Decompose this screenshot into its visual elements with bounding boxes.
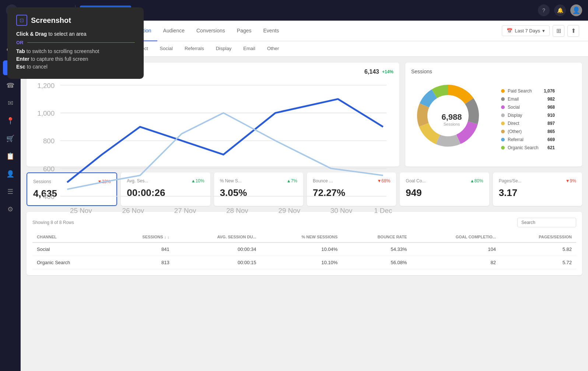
legend-dot	[501, 113, 505, 117]
table-header-row-el: CHANNEL SESSIONS ↓ AVG. SESSION DU... % …	[32, 232, 576, 242]
td-pages-session: 5.72	[500, 256, 576, 269]
metric-change-pages: ▼9%	[566, 178, 576, 183]
donut-content: 6,988 Sessions Paid Search 1,076	[411, 79, 576, 160]
subtab-social[interactable]: Social	[154, 41, 179, 56]
help-icon[interactable]: ?	[538, 4, 550, 16]
data-table: CHANNEL SESSIONS ↓ AVG. SESSION DU... % …	[32, 232, 576, 269]
legend-item-social: Social 968	[501, 105, 555, 110]
legend-dot	[501, 122, 505, 125]
td-avg-session: 00:00:34	[174, 242, 261, 256]
td-bounce-rate: 56.08%	[342, 256, 411, 269]
legend-item-email: Email 982	[501, 97, 555, 102]
table-info: Showing 8 of 8 Rows	[32, 220, 74, 225]
date-chevron-icon: ▾	[542, 28, 545, 34]
legend-item-direct: Direct 897	[501, 121, 555, 126]
share-icon[interactable]: ⬆	[567, 25, 579, 37]
svg-text:26 Nov: 26 Nov	[122, 207, 144, 214]
overlay-or-row: OR	[16, 40, 135, 45]
svg-text:25 Nov: 25 Nov	[70, 207, 92, 214]
metric-card-goal[interactable]: Goal Co... ▲80% 949	[400, 172, 489, 206]
legend-item-paid-search: Paid Search 1,076	[501, 88, 555, 94]
sidebar-item-phone[interactable]: ☎	[3, 78, 18, 93]
date-range-button[interactable]: 📅 Last 7 Days ▾	[502, 25, 550, 36]
th-sessions[interactable]: SESSIONS ↓	[109, 232, 174, 242]
td-new-sessions: 10.04%	[261, 242, 342, 256]
header-tabs: Acquisition Audience Conversions Pages E…	[120, 21, 285, 41]
svg-text:600: 600	[43, 165, 55, 173]
legend-dot	[501, 130, 505, 133]
date-range-label: Last 7 Days	[515, 28, 540, 34]
legend-dot	[501, 146, 505, 150]
th-pages-session: PAGES/SESSION	[500, 232, 576, 242]
donut-chart-header: Sessions	[411, 69, 576, 74]
td-channel: Social	[32, 242, 109, 256]
screenshot-overlay: ⊡ Screenshot Click & Drag to select an a…	[7, 7, 144, 79]
table-body: Social 841 00:00:34 10.04% 54.33% 104 5.…	[32, 242, 576, 269]
overlay-title: Screenshot	[31, 16, 71, 25]
content-area: Sessions 6,143 +14% 1,200 1,000	[21, 57, 588, 281]
overlay-enter-hint: Enter to capture this full screen	[16, 56, 135, 62]
legend-item-referral: Referral 669	[501, 137, 555, 142]
td-bounce-rate: 54.33%	[342, 242, 411, 256]
legend-dot	[501, 105, 505, 109]
table-search-input[interactable]	[517, 218, 576, 227]
subtab-referrals[interactable]: Referrals	[179, 41, 210, 56]
th-goal-completion: GOAL COMPLETIO...	[412, 232, 500, 242]
tab-conversions[interactable]: Conversions	[190, 21, 231, 41]
td-sessions: 813	[109, 256, 174, 269]
svg-text:30 Nov: 30 Nov	[330, 207, 353, 214]
notification-icon[interactable]: 🔔	[554, 4, 566, 16]
line-chart-area: 1,200 1,000 800 600 400	[32, 80, 393, 161]
donut-legend: Paid Search 1,076 Email 982	[501, 88, 555, 150]
overlay-esc-hint: Esc to cancel	[16, 64, 135, 70]
line-chart-svg: 1,200 1,000 800 600 400	[32, 80, 393, 218]
svg-text:400: 400	[43, 193, 55, 200]
metric-value-pages: 3.17	[499, 187, 576, 199]
sidebar-item-cart[interactable]: 🛒	[3, 131, 18, 146]
metric-card-pages[interactable]: Pages/Se... ▼9% 3.17	[493, 172, 582, 206]
legend-dot	[501, 89, 505, 93]
overlay-click-drag: Click & Drag to select an area	[16, 31, 135, 37]
columns-icon[interactable]: ⊞	[553, 25, 564, 37]
sidebar-item-report[interactable]: 📋	[3, 149, 18, 164]
sidebar-item-user[interactable]: 👤	[3, 167, 18, 181]
metric-title-pages: Pages/Se...	[499, 178, 522, 183]
subtab-display[interactable]: Display	[210, 41, 238, 56]
legend-dot	[501, 138, 505, 141]
td-sessions: 841	[109, 242, 174, 256]
svg-text:1,200: 1,200	[37, 82, 55, 90]
sidebar-item-list[interactable]: ☰	[3, 184, 18, 199]
donut-svg-wrap: 6,988 Sessions	[411, 79, 492, 160]
overlay-or-line	[27, 42, 135, 43]
td-goal-completion: 82	[412, 256, 500, 269]
svg-text:27 Nov: 27 Nov	[174, 207, 196, 214]
sidebar-item-settings[interactable]: ⚙	[3, 202, 18, 217]
svg-text:1 Dec: 1 Dec	[374, 207, 392, 214]
tab-pages[interactable]: Pages	[231, 21, 258, 41]
tab-events[interactable]: Events	[258, 21, 285, 41]
subtab-email[interactable]: Email	[237, 41, 261, 56]
overlay-tab-hint: Tab to switch to scrolling screenshot	[16, 48, 135, 54]
th-avg-session: AVG. SESSION DU...	[174, 232, 261, 242]
table-card: Showing 8 of 8 Rows CHANNEL SESSIONS ↓ A…	[27, 212, 582, 275]
td-goal-completion: 104	[412, 242, 500, 256]
sidebar-item-location[interactable]: 📍	[3, 113, 18, 128]
metric-header-goal: Goal Co... ▲80%	[406, 178, 483, 183]
td-avg-session: 00:00:15	[174, 256, 261, 269]
donut-chart-card: Sessions	[405, 63, 582, 167]
calendar-icon: 📅	[507, 28, 512, 34]
metric-header-pages: Pages/Se... ▼9%	[499, 178, 576, 183]
tab-audience[interactable]: Audience	[157, 21, 190, 41]
svg-text:29 Nov: 29 Nov	[278, 207, 300, 214]
line-chart-value: 6,143 +14%	[364, 69, 393, 75]
donut-label: Sessions	[441, 122, 462, 126]
th-new-sessions: % NEW SESSIONS	[261, 232, 342, 242]
line-chart-change: +14%	[382, 69, 393, 74]
user-avatar[interactable]: 👤	[570, 4, 582, 16]
metric-title-goal: Goal Co...	[406, 178, 426, 183]
td-new-sessions: 10.10%	[261, 256, 342, 269]
donut-chart-title: Sessions	[411, 69, 432, 74]
subtab-other[interactable]: Other	[261, 41, 285, 56]
sidebar-item-email[interactable]: ✉	[3, 96, 18, 111]
th-channel: CHANNEL	[32, 232, 109, 242]
